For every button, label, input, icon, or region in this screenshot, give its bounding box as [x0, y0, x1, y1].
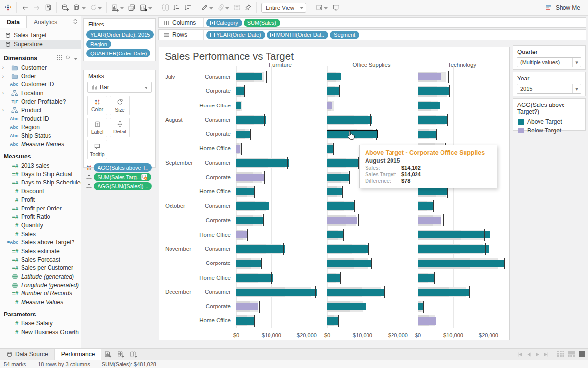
bullet-bar[interactable] [327, 159, 359, 167]
bullet-bar[interactable] [418, 102, 440, 109]
go-last-button[interactable] [542, 352, 550, 357]
field-number-of-records[interactable]: =#Number of Records [0, 289, 81, 298]
field-order[interactable]: ›Order [0, 72, 81, 80]
swap-rows-columns-button[interactable] [160, 1, 171, 14]
expand-caret-icon[interactable]: › [0, 107, 6, 113]
show-hide-cards-button[interactable] [314, 1, 330, 14]
duplicate-sheet-button[interactable] [126, 1, 138, 14]
bullet-bar[interactable] [418, 217, 441, 224]
bullet-bar[interactable] [236, 289, 317, 296]
pill-segment[interactable]: Segment [330, 31, 359, 39]
marks-button-detail[interactable]: Detail [110, 118, 130, 137]
chevron-down-icon[interactable] [74, 55, 78, 62]
pane-toggle-icon[interactable] [73, 19, 78, 26]
quarter-filter-dropdown[interactable]: (Multiple values) ▾ [517, 57, 581, 67]
pause-updates-button[interactable] [71, 1, 88, 14]
bullet-bar[interactable] [327, 174, 350, 181]
field-product[interactable]: ›Product [0, 106, 81, 114]
field-measure-names[interactable]: AbcMeasure Names [0, 140, 81, 149]
field-base-salary[interactable]: #Base Salary [0, 319, 81, 328]
bullet-bar[interactable] [327, 317, 338, 324]
sheet-tab-data-source[interactable]: Data Source [0, 349, 55, 360]
pill-sum-sales-targ[interactable]: SUM(Sales Targ.. [94, 173, 151, 181]
bullet-bar[interactable] [327, 245, 369, 253]
view-as-grid-icon[interactable] [57, 55, 62, 62]
bullet-bar[interactable] [418, 317, 436, 324]
field-sales[interactable]: #Sales [0, 230, 81, 238]
bullet-bar[interactable] [418, 73, 441, 80]
bullet-bar[interactable] [418, 202, 434, 210]
field-longitude-generated[interactable]: Longitude (generated) [0, 281, 81, 289]
fix-axes-button[interactable] [243, 1, 254, 14]
pane-tab-analytics[interactable]: Analytics [27, 16, 64, 28]
bullet-bar[interactable] [236, 102, 241, 109]
field-measure-values[interactable]: #Measure Values [0, 298, 81, 306]
sort-descending-button[interactable] [182, 1, 194, 14]
go-first-button[interactable] [516, 352, 524, 357]
bullet-bar[interactable] [236, 245, 285, 253]
bullet-bar[interactable] [327, 116, 372, 124]
field-profit[interactable]: #Profit [0, 195, 81, 204]
bullet-bar[interactable] [327, 188, 343, 195]
bullet-bar[interactable] [418, 87, 450, 95]
bullet-bar[interactable] [418, 274, 435, 282]
field-days-to-ship-scheduled[interactable]: =#Days to Ship Scheduled [0, 179, 81, 187]
pill-region[interactable]: Region [86, 40, 111, 48]
bullet-bar[interactable] [236, 73, 262, 80]
legend-item-below-target[interactable]: Below Target [513, 126, 585, 135]
field-profit-per-order[interactable]: =#Profit per Order [0, 204, 81, 212]
connection-superstore[interactable]: Superstore [0, 40, 81, 49]
bullet-bar[interactable] [327, 274, 341, 282]
field-days-to-ship-actual[interactable]: =#Days to Ship Actual [0, 170, 81, 178]
year-filter-dropdown[interactable]: 2015 ▾ [517, 84, 581, 94]
sort-ascending-button[interactable] [171, 1, 182, 14]
field-product-id[interactable]: AbcProduct ID [0, 114, 81, 123]
pill-agg-sum-sales[interactable]: AGG(SUM([Sales])-.. [94, 182, 152, 190]
new-worksheet-button[interactable] [109, 1, 126, 14]
pill-category[interactable]: Category [206, 19, 242, 27]
marks-button-label[interactable]: Label [87, 118, 107, 137]
field-discount[interactable]: #Discount [0, 187, 81, 195]
connection-sales-target[interactable]: Sales Target [0, 31, 81, 40]
expand-caret-icon[interactable]: › [0, 90, 6, 96]
mark-type-dropdown[interactable]: Bar [87, 82, 152, 93]
bullet-bar[interactable] [418, 260, 505, 267]
chevron-down-icon[interactable] [298, 3, 306, 12]
field-latitude-generated[interactable]: Latitude (generated) [0, 272, 81, 281]
pill-month-order-dat[interactable]: MONTH(Order Dat.. [267, 31, 328, 39]
show-me-button[interactable]: Show Me [543, 1, 582, 14]
sheet-tab-performance[interactable]: Performance [55, 349, 102, 360]
bullet-bar[interactable] [236, 145, 240, 152]
pill-quarter-order-date[interactable]: QUARTER(Order Date) [86, 49, 150, 57]
bullet-bar[interactable] [236, 274, 273, 282]
field-new-business-growth[interactable]: #New Business Growth [0, 328, 81, 336]
go-previous-button[interactable] [525, 352, 533, 357]
field-order-profitable[interactable]: =T|FOrder Profitable? [0, 98, 81, 106]
fit-selector[interactable]: Entire View [261, 3, 306, 13]
go-next-button[interactable] [534, 352, 541, 357]
bullet-bar[interactable] [418, 231, 490, 238]
marks-button-size[interactable]: Size [110, 96, 130, 115]
bullet-bar[interactable] [418, 188, 448, 195]
legend-item-above-target[interactable]: Above Target [513, 117, 585, 126]
chevron-down-icon[interactable]: ▾ [572, 84, 581, 93]
bullet-bar[interactable] [236, 202, 269, 210]
bullet-bar[interactable] [236, 231, 247, 238]
pill-year-order-date[interactable]: YEAR(Order Date) [206, 31, 265, 39]
field-sales-above-target[interactable]: =AbcSales above Target? [0, 238, 81, 246]
marks-button-color[interactable]: Color [87, 96, 107, 115]
new-story-button[interactable] [127, 349, 140, 360]
bullet-bar[interactable] [418, 131, 437, 138]
field-customer-id[interactable]: AbcCustomer ID [0, 80, 81, 89]
field-ship-status[interactable]: =AbcShip Status [0, 131, 81, 140]
expand-caret-icon[interactable]: › [0, 65, 6, 70]
bullet-bar[interactable] [236, 174, 264, 181]
pill-year-order-date-2015[interactable]: YEAR(Order Date): 2015 [86, 30, 154, 39]
marks-button-tooltip[interactable]: Tooltip [87, 140, 107, 159]
field-2013-sales[interactable]: =#2013 sales [0, 161, 81, 170]
save-button[interactable] [43, 1, 54, 14]
show-sheet-sorter-button[interactable] [557, 351, 564, 358]
bullet-bar[interactable] [327, 217, 357, 224]
pill-agg-sales-above-t[interactable]: AGG(Sales above T.. [94, 163, 152, 172]
bullet-bar[interactable] [327, 260, 372, 267]
